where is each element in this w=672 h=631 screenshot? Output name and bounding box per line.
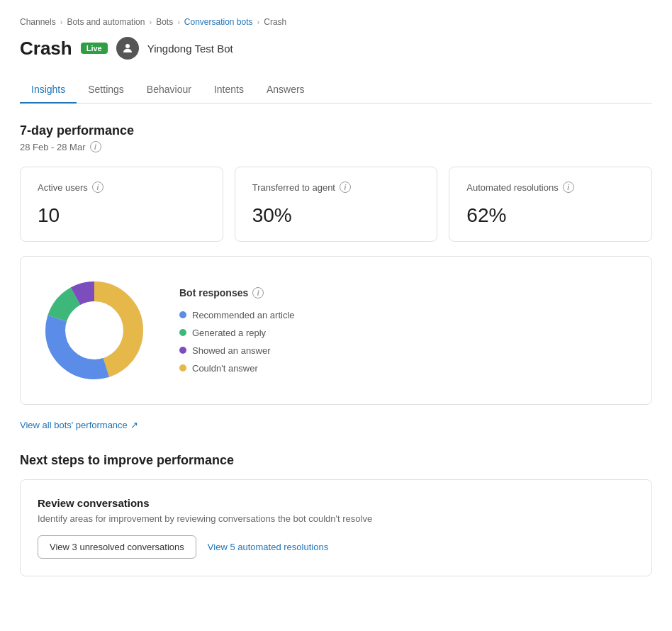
view-unresolved-button[interactable]: View 3 unresolved conversations [38, 535, 196, 559]
stats-row: Active users i 10 Transferred to agent i… [20, 167, 652, 242]
bot-name: Yingdong Test Bot [147, 43, 233, 55]
page-title: Crash [20, 38, 72, 60]
review-conversations-title: Review conversations [38, 497, 634, 509]
performance-title: 7-day performance [20, 123, 652, 138]
legend-dot-purple [179, 347, 186, 354]
active-users-value: 10 [38, 204, 206, 227]
bot-responses-info-icon[interactable]: i [252, 287, 264, 298]
donut-chart [38, 274, 151, 387]
review-conversations-desc: Identify areas for improvement by review… [38, 513, 634, 524]
legend-label-1: Generated a reply [192, 328, 266, 338]
next-steps-buttons: View 3 unresolved conversations View 5 a… [38, 535, 634, 559]
breadcrumb-conversation-bots[interactable]: Conversation bots [184, 17, 253, 27]
tab-answers[interactable]: Answers [255, 77, 316, 104]
breadcrumb-crash: Crash [264, 17, 286, 27]
tab-behaviour[interactable]: Behaviour [135, 77, 203, 104]
automated-value: 62% [466, 204, 634, 227]
tabs-nav: Insights Settings Behaviour Intents Answ… [20, 77, 652, 104]
legend-label-3: Couldn't answer [192, 363, 258, 374]
legend-item-3: Couldn't answer [179, 363, 295, 374]
bot-responses-title: Bot responses [179, 287, 248, 298]
date-range-info-icon[interactable]: i [90, 141, 101, 152]
performance-date-range: 28 Feb - 28 Mar i [20, 141, 652, 152]
breadcrumb: Channels › Bots and automation › Bots › … [20, 17, 652, 27]
legend-item-0: Recommended an article [179, 310, 295, 320]
transferred-info-icon[interactable]: i [340, 182, 351, 193]
legend-item-1: Generated a reply [179, 328, 295, 338]
legend-dot-yellow [179, 364, 186, 372]
legend-dot-green [179, 329, 186, 336]
live-badge: Live [81, 43, 108, 54]
legend-label-2: Showed an answer [192, 345, 271, 356]
svg-point-0 [125, 44, 130, 48]
breadcrumb-bots[interactable]: Bots [156, 17, 173, 27]
external-link-icon: ↗ [130, 420, 138, 430]
next-steps-title: Next steps to improve performance [20, 453, 652, 468]
stat-card-active-users: Active users i 10 [20, 167, 223, 242]
tab-intents[interactable]: Intents [203, 77, 255, 104]
transferred-value: 30% [252, 204, 420, 227]
view-automated-button[interactable]: View 5 automated resolutions [208, 536, 328, 558]
legend-item-2: Showed an answer [179, 345, 295, 356]
automated-label: Automated resolutions [466, 182, 558, 193]
svg-point-6 [66, 302, 123, 359]
page-header: Crash Live Yingdong Test Bot [20, 37, 652, 60]
tab-insights[interactable]: Insights [20, 77, 77, 104]
breadcrumb-channels[interactable]: Channels [20, 17, 56, 27]
legend-label-0: Recommended an article [192, 310, 295, 320]
next-steps-card: Review conversations Identify areas for … [20, 479, 652, 576]
stat-card-transferred: Transferred to agent i 30% [235, 167, 438, 242]
automated-info-icon[interactable]: i [563, 182, 574, 193]
bot-responses-card: Bot responses i Recommended an article G… [20, 256, 652, 405]
tab-settings[interactable]: Settings [77, 77, 135, 104]
active-users-label: Active users [38, 182, 88, 193]
breadcrumb-bots-automation[interactable]: Bots and automation [67, 17, 145, 27]
bot-responses-legend: Bot responses i Recommended an article G… [179, 287, 295, 374]
next-steps-section: Next steps to improve performance Review… [20, 453, 652, 576]
bot-avatar [116, 37, 139, 60]
transferred-label: Transferred to agent [252, 182, 335, 193]
legend-dot-blue [179, 311, 186, 318]
view-all-bots-link[interactable]: View all bots' performance ↗ [20, 420, 138, 430]
active-users-info-icon[interactable]: i [92, 182, 103, 193]
performance-section: 7-day performance 28 Feb - 28 Mar i Acti… [20, 123, 652, 405]
stat-card-automated: Automated resolutions i 62% [449, 167, 652, 242]
